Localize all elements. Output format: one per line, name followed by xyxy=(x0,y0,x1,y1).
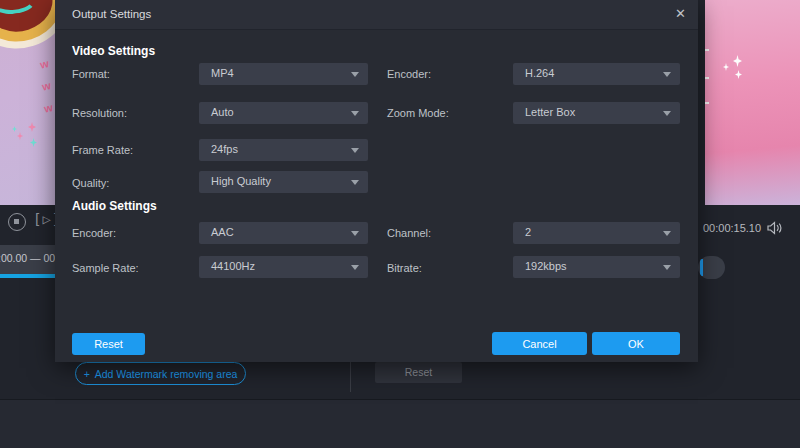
resolution-dropdown[interactable]: Auto xyxy=(199,102,368,124)
frame-rate-label: Frame Rate: xyxy=(72,144,133,156)
quality-dropdown[interactable]: High Quality xyxy=(199,171,368,193)
sparkle-icon xyxy=(733,55,742,67)
format-dropdown[interactable]: MP4 xyxy=(199,63,368,85)
format-label: Format: xyxy=(72,68,110,80)
ok-button[interactable]: OK xyxy=(592,332,680,355)
encoder-dropdown[interactable]: H.264 xyxy=(513,63,680,85)
divider xyxy=(350,362,351,392)
chevron-down-icon xyxy=(663,72,671,77)
audio-encoder-label: Encoder: xyxy=(72,227,116,239)
sparkle-icon xyxy=(735,70,742,79)
donut-graphic xyxy=(0,0,55,61)
scribble-graphic: w xyxy=(41,79,52,93)
timeline-handle[interactable] xyxy=(698,256,725,279)
chevron-down-icon xyxy=(663,231,671,236)
time-range-text: :00.00 — 00 xyxy=(0,252,55,264)
reset-button[interactable]: Reset xyxy=(72,333,145,355)
frame-rate-dropdown[interactable]: 24fps xyxy=(199,139,368,161)
resolution-label: Resolution: xyxy=(72,107,127,119)
video-preview-left: w w w xyxy=(0,0,55,205)
quality-label: Quality: xyxy=(72,177,109,189)
dialog-title: Output Settings xyxy=(72,8,151,20)
channel-label: Channel: xyxy=(387,227,431,239)
stop-button[interactable] xyxy=(8,213,26,231)
cut-text-graphic xyxy=(705,42,709,51)
sparkle-icon xyxy=(723,63,729,71)
add-watermark-area-button[interactable]: + Add Watermark removing area xyxy=(75,362,246,385)
timeline-time-range[interactable]: :00.00 — 00 xyxy=(0,245,55,274)
duration-label: 00:00:15.10 xyxy=(703,222,761,234)
bitrate-dropdown[interactable]: 192kbps xyxy=(513,256,680,278)
sparkle-icon xyxy=(12,126,17,132)
speaker-icon[interactable] xyxy=(767,221,783,235)
audio-settings-heading: Audio Settings xyxy=(72,199,157,213)
channel-dropdown[interactable]: 2 xyxy=(513,222,680,244)
chevron-down-icon xyxy=(351,231,359,236)
cancel-button[interactable]: Cancel xyxy=(492,332,587,355)
workspace-reset-button[interactable]: Reset xyxy=(375,362,462,383)
chevron-down-icon xyxy=(351,265,359,270)
video-settings-heading: Video Settings xyxy=(72,44,155,58)
sparkle-icon xyxy=(30,138,37,147)
plus-icon: + xyxy=(84,368,90,380)
close-icon[interactable]: ✕ xyxy=(675,6,686,21)
chevron-down-icon xyxy=(351,180,359,185)
zoom-mode-label: Zoom Mode: xyxy=(387,107,449,119)
chevron-down-icon xyxy=(663,111,671,116)
scribble-graphic: w xyxy=(39,57,50,71)
chevron-down-icon xyxy=(663,265,671,270)
chevron-down-icon xyxy=(351,111,359,116)
video-preview-right xyxy=(705,0,800,205)
chevron-down-icon xyxy=(351,72,359,77)
add-watermark-area-label: Add Watermark removing area xyxy=(95,368,238,380)
scribble-graphic: w xyxy=(43,101,54,115)
timeline-progress[interactable] xyxy=(0,274,55,278)
encoder-label: Encoder: xyxy=(387,68,431,80)
zoom-mode-dropdown[interactable]: Letter Box xyxy=(513,102,680,124)
bottom-bar: Untitled desig...eWatermark.mp4 Output: … xyxy=(0,399,800,448)
chevron-down-icon xyxy=(351,148,359,153)
sparkle-icon xyxy=(17,132,23,140)
dialog-header: Output Settings ✕ xyxy=(55,0,698,30)
audio-encoder-dropdown[interactable]: AAC xyxy=(199,222,368,244)
bitrate-label: Bitrate: xyxy=(387,262,422,274)
sparkle-icon xyxy=(28,122,36,132)
sample-rate-label: Sample Rate: xyxy=(72,262,139,274)
cut-text-graphic xyxy=(705,70,709,79)
output-settings-dialog: Output Settings ✕ Video Settings Format:… xyxy=(55,0,698,362)
cut-text-graphic xyxy=(705,95,709,104)
sample-rate-dropdown[interactable]: 44100Hz xyxy=(199,256,368,278)
